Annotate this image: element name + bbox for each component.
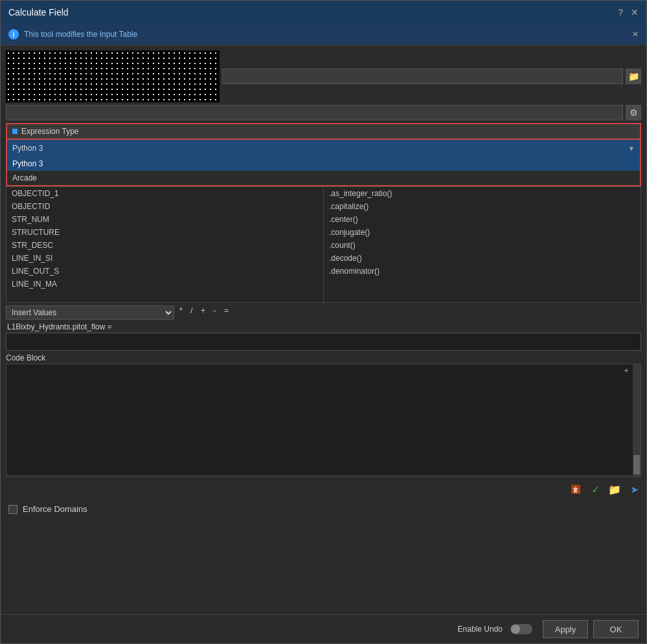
expression-dropdown-wrapper: Python 3 ▼ Python 3 Arcade — [6, 140, 641, 186]
title-bar: Calculate Field ? ✕ — [1, 1, 646, 24]
input-row-1: 📁 — [6, 50, 641, 102]
info-message: This tool modifies the Input Table — [24, 30, 137, 39]
enable-undo-label: Enable Undo — [458, 625, 503, 634]
chevron-down-icon: ▼ — [628, 145, 635, 152]
svg-text:🗑: 🗑 — [573, 486, 579, 493]
field-item-structure[interactable]: STRUCTURE — [6, 226, 323, 239]
insert-values-select[interactable]: Insert Values — [6, 305, 174, 320]
enable-undo-toggle[interactable] — [510, 624, 532, 634]
operator-divide[interactable]: / — [188, 305, 196, 320]
func-as-integer-ratio[interactable]: .as_integer_ratio() — [324, 187, 641, 200]
code-block-section: Code Block + — [1, 353, 646, 480]
title-bar-right: ? ✕ — [618, 7, 639, 17]
expression-type-dropdown: Python 3 Arcade — [7, 157, 640, 185]
info-icon: i — [8, 29, 19, 39]
field-item-strnum[interactable]: STR_NUM — [6, 213, 323, 226]
func-conjugate[interactable]: .conjugate() — [324, 226, 641, 239]
layer-select[interactable] — [222, 69, 623, 84]
expression-label: L1Bixby_Hydrants.pitot_flow = — [6, 322, 641, 331]
func-capitalize[interactable]: .capitalize() — [324, 200, 641, 213]
code-block-scrollbar[interactable] — [633, 364, 641, 476]
enforce-domains-row: Enforce Domains — [1, 499, 646, 519]
expression-type-section: Expression Type Python 3 ▼ Python 3 Arca… — [6, 123, 641, 186]
field-item-objectid[interactable]: OBJECTID — [6, 200, 323, 213]
expand-icon[interactable]: + — [621, 366, 631, 376]
code-block-wrapper: + — [6, 364, 641, 477]
operator-multiply[interactable]: * — [177, 305, 185, 320]
blue-indicator — [12, 129, 17, 134]
field-item-strdesc[interactable]: STR_DESC — [6, 239, 323, 252]
code-toolbar: 🗑 ✓ 📁 ➤ — [1, 480, 646, 499]
ok-button[interactable]: OK — [593, 620, 639, 638]
close-button[interactable]: ✕ — [631, 7, 639, 17]
top-inputs: 📁 ⚙ — [1, 45, 646, 123]
fields-list: OBJECTID_1 OBJECTID STR_NUM STRUCTURE ST… — [6, 186, 324, 303]
insert-values-row: Insert Values * / + - = — [6, 305, 641, 320]
bottom-bar: Enable Undo Apply OK — [1, 614, 646, 643]
enforce-domains-label: Enforce Domains — [23, 504, 87, 514]
func-count[interactable]: .count() — [324, 239, 641, 252]
field-item-lineouts[interactable]: LINE_OUT_S — [6, 265, 323, 278]
operator-equals[interactable]: = — [221, 305, 232, 320]
expression-type-value: Python 3 — [12, 144, 43, 153]
field-item-lineinsi[interactable]: LINE_IN_SI — [6, 252, 323, 265]
content-area: 📁 ⚙ Expression Type Python 3 ▼ — [1, 45, 646, 614]
fields-functions-area: OBJECTID_1 OBJECTID STR_NUM STRUCTURE ST… — [6, 186, 641, 303]
code-block-textarea[interactable] — [6, 364, 641, 474]
code-block-label: Code Block — [6, 353, 641, 362]
code-block-icons: + — [621, 366, 631, 376]
enforce-domains-checkbox[interactable] — [8, 505, 17, 514]
dialog-title: Calculate Field — [8, 7, 69, 17]
func-denominator[interactable]: .denominator() — [324, 265, 641, 278]
code-block-scrollbar-thumb — [633, 455, 640, 474]
expression-input[interactable] — [6, 333, 641, 351]
func-center[interactable]: .center() — [324, 213, 641, 226]
expression-option-python3[interactable]: Python 3 — [7, 157, 640, 171]
expression-type-label: Expression Type — [21, 127, 79, 136]
info-bar: i This tool modifies the Input Table ✕ — [1, 24, 646, 45]
run-icon[interactable]: ➤ — [627, 482, 641, 496]
folder-open-icon[interactable]: 📁 — [607, 482, 622, 496]
check-icon[interactable]: ✓ — [588, 482, 602, 496]
func-decode[interactable]: .decode() — [324, 252, 641, 265]
expression-option-arcade[interactable]: Arcade — [7, 171, 640, 185]
help-button[interactable]: ? — [618, 7, 623, 17]
info-close-button[interactable]: ✕ — [632, 30, 639, 39]
operator-plus[interactable]: + — [198, 305, 209, 320]
folder-button-1[interactable]: 📁 — [626, 69, 641, 84]
field-item-lineinma[interactable]: LINE_IN_MA — [6, 278, 323, 291]
delete-icon[interactable]: 🗑 — [569, 482, 583, 496]
expression-section: Insert Values * / + - = L1Bixby_Hydrants… — [1, 305, 646, 353]
gear-button[interactable]: ⚙ — [626, 105, 641, 120]
toggle-knob — [511, 625, 520, 634]
expression-type-selected[interactable]: Python 3 ▼ — [7, 140, 640, 157]
field-item-objectid1[interactable]: OBJECTID_1 — [6, 187, 323, 200]
checkerboard-preview — [6, 50, 220, 102]
input-row-2: ⚙ — [6, 105, 641, 120]
operator-minus[interactable]: - — [210, 305, 218, 320]
field-select[interactable] — [6, 105, 623, 120]
calculate-field-dialog: Calculate Field ? ✕ i This tool modifies… — [0, 0, 647, 644]
apply-button[interactable]: Apply — [543, 620, 588, 638]
title-bar-left: Calculate Field — [8, 7, 69, 17]
expression-type-header: Expression Type — [6, 123, 641, 140]
functions-list: .as_integer_ratio() .capitalize() .cente… — [324, 186, 641, 303]
